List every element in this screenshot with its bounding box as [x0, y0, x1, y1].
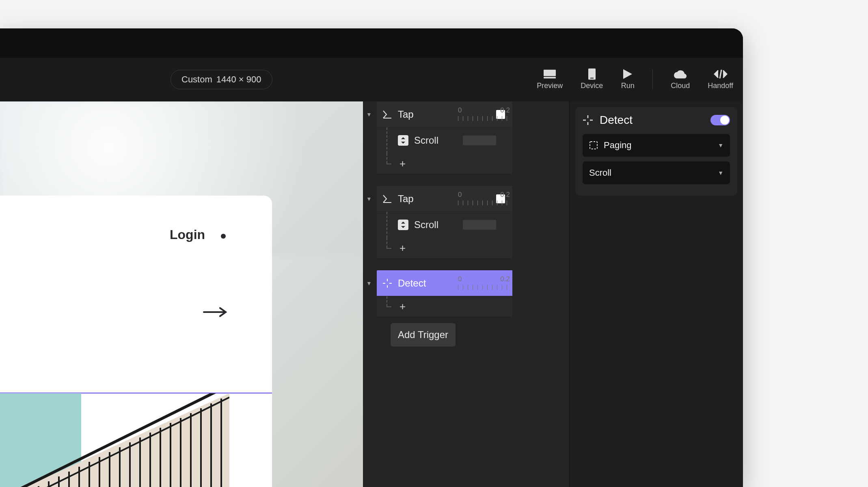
cloud-button[interactable]: Cloud	[671, 69, 690, 90]
add-action-button[interactable]: +	[399, 157, 406, 170]
add-trigger-button[interactable]: Add Trigger	[391, 323, 456, 347]
run-button[interactable]: Run	[621, 69, 635, 90]
inspector-panel: Detect Paging ▼ Scroll ▼	[569, 101, 743, 487]
tap-icon	[382, 194, 392, 204]
scroll-icon	[398, 220, 408, 230]
add-action-row: +	[377, 238, 512, 258]
status-dot-icon	[221, 234, 226, 239]
svg-rect-38	[590, 142, 597, 149]
phone-icon	[585, 69, 599, 79]
svg-rect-0	[544, 70, 556, 76]
monitor-icon	[543, 69, 557, 79]
railing-graphic	[0, 393, 229, 487]
toolbar-buttons: Preview Device Run Cloud	[537, 69, 733, 90]
chevron-down-icon: ▼	[718, 170, 723, 176]
workspace: Login	[0, 101, 743, 487]
action-name: Scroll	[414, 219, 438, 231]
play-icon	[621, 69, 635, 79]
titlebar	[0, 28, 743, 58]
timeline-ruler: 00.2	[458, 106, 510, 121]
trigger-group-tap-2: ▼ Tap 00.2	[377, 186, 512, 258]
disclosure-triangle-icon[interactable]: ▼	[366, 280, 372, 287]
arrow-right-icon	[203, 307, 227, 319]
add-action-button[interactable]: +	[399, 242, 406, 254]
chevron-down-icon: ▼	[718, 142, 723, 149]
timeline-clip[interactable]	[463, 220, 496, 230]
toolbar-divider	[652, 69, 653, 90]
run-label: Run	[621, 82, 635, 90]
timeline-clip[interactable]	[463, 136, 496, 145]
detect-icon	[583, 115, 593, 125]
tap-icon	[382, 110, 392, 119]
detect-action-value: Scroll	[589, 168, 718, 178]
canvas-area[interactable]: Login	[0, 101, 363, 487]
inspector-title: Detect	[600, 114, 710, 127]
app-window: Custom 1440 × 900 Preview Device Run	[0, 28, 743, 487]
svg-line-4	[0, 393, 229, 487]
scroll-icon	[398, 135, 408, 146]
detect-icon	[382, 278, 392, 288]
viewport-dimensions: 1440 × 900	[216, 74, 261, 85]
add-action-button[interactable]: +	[399, 300, 406, 313]
detect-type-value: Paging	[604, 140, 718, 151]
add-action-row: +	[377, 153, 512, 174]
code-icon	[714, 69, 728, 79]
toolbar: Custom 1440 × 900 Preview Device Run	[0, 58, 743, 101]
paging-icon	[589, 141, 598, 150]
preview-button[interactable]: Preview	[537, 69, 563, 90]
login-label: Login	[170, 227, 205, 242]
trigger-group-detect: ▼ Detect 00.2 +	[377, 270, 512, 317]
handoff-button[interactable]: Handoff	[708, 69, 733, 90]
timeline-ruler: 00.2	[458, 275, 510, 290]
design-card[interactable]: Login	[0, 196, 272, 487]
add-trigger-label: Add Trigger	[398, 329, 448, 340]
add-action-row: +	[377, 296, 512, 317]
timeline-panel: ▼ Tap 00.2	[363, 101, 569, 487]
cloud-icon	[674, 69, 687, 79]
device-button[interactable]: Device	[581, 69, 603, 90]
detect-action-dropdown[interactable]: Scroll ▼	[583, 162, 730, 184]
enable-toggle[interactable]	[710, 115, 730, 125]
disclosure-triangle-icon[interactable]: ▼	[366, 111, 372, 118]
image-placeholder	[0, 393, 229, 487]
trigger-group-tap-1: ▼ Tap 00.2	[377, 101, 512, 174]
svg-rect-1	[544, 77, 556, 79]
disclosure-triangle-icon[interactable]: ▼	[366, 196, 372, 202]
timeline-ruler: 00.2	[458, 191, 510, 205]
inspector-card: Detect Paging ▼ Scroll ▼	[575, 107, 737, 196]
inspector-header: Detect	[583, 114, 730, 127]
svg-rect-3	[590, 78, 594, 79]
cloud-label: Cloud	[671, 82, 690, 90]
viewport-mode-label: Custom	[181, 74, 212, 85]
device-label: Device	[581, 82, 603, 90]
detect-type-dropdown[interactable]: Paging ▼	[583, 134, 730, 157]
preview-label: Preview	[537, 82, 563, 90]
action-name: Scroll	[414, 135, 438, 146]
viewport-size-chip[interactable]: Custom 1440 × 900	[171, 70, 272, 89]
handoff-label: Handoff	[708, 82, 733, 90]
